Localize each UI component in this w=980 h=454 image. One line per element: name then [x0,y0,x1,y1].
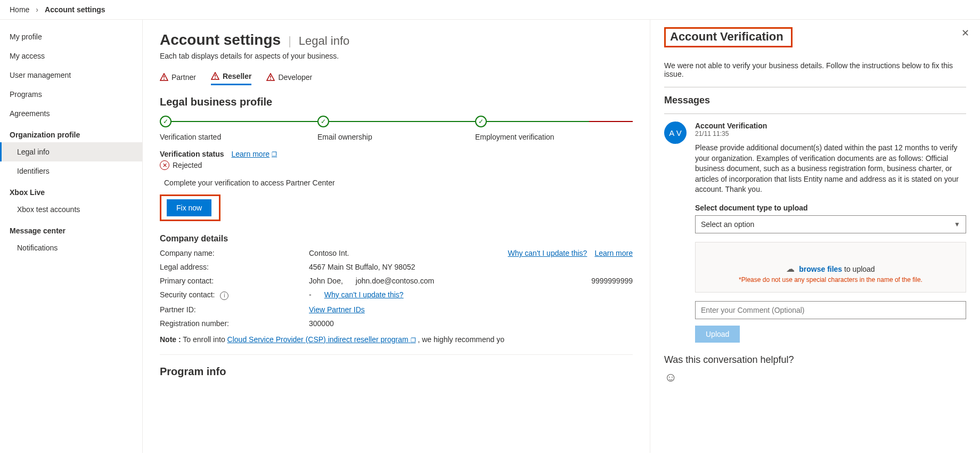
sidebar-item-my-access[interactable]: My access [0,46,142,66]
message-timestamp: 21/11 11:35 [695,130,966,137]
step-connector [487,121,589,122]
page-subtitle: Legal info [299,34,349,48]
csp-program-link[interactable]: Cloud Service Provider (CSP) indirect re… [227,335,416,344]
learn-more-link[interactable]: Learn more [594,249,633,257]
panel-lead-text: We were not able to verify your business… [664,61,966,78]
step-connector-error [589,121,633,122]
message-item: A V Account Verification 21/11 11:35 Ple… [664,121,966,343]
learn-more-link[interactable]: Learn more ❐ [231,150,277,158]
company-name-value: Contoso Int. [309,249,349,257]
tab-label: Partner [172,73,196,82]
select-document-label: Select document type to upload [695,204,966,212]
step-check-icon: ✓ [160,116,172,127]
step-label: Employment verification [475,133,633,141]
rejected-x-icon: ✕ [160,160,169,170]
view-partner-ids-link[interactable]: View Partner IDs [309,305,633,314]
sidebar-item-identifiers[interactable]: Identifiers [0,161,142,181]
svg-point-5 [271,78,272,79]
progress-stepper: ✓ ✓ ✓ [160,116,633,127]
account-verification-panel: ✕ Account Verification We were not able … [650,20,980,453]
security-contact-label: Security contact: i [160,290,309,300]
page-title: Account settings [160,31,281,48]
warning-triangle-icon [266,73,275,82]
why-cant-update-link[interactable]: Why can't I update this? [508,249,587,257]
close-icon[interactable]: ✕ [961,27,969,39]
step-check-icon: ✓ [317,116,329,127]
sidebar: My profile My access User management Pro… [0,20,143,453]
sidebar-heading-xbox: Xbox Live [0,181,142,200]
chevron-down-icon: ▼ [954,221,960,228]
upload-button[interactable]: Upload [695,326,740,343]
breadcrumb-home[interactable]: Home [10,5,29,14]
file-upload-dropzone[interactable]: ☁ browse files to upload *Please do not … [695,242,966,293]
step-label: Email ownership [317,133,475,141]
sidebar-item-notifications[interactable]: Notifications [0,238,142,257]
security-contact-value: - [309,290,312,299]
why-cant-update-link[interactable]: Why can't I update this? [324,290,404,299]
title-divider: | [288,34,291,48]
step-connector [329,121,475,122]
sidebar-item-user-mgmt[interactable]: User management [0,66,142,85]
primary-contact-phone: 9999999999 [591,277,633,285]
enrollment-note: Note : To enroll into Cloud Service Prov… [160,335,633,344]
comment-input[interactable] [695,301,966,319]
sidebar-item-programs[interactable]: Programs [0,85,142,104]
warning-triangle-icon [160,73,168,82]
step-check-icon: ✓ [475,116,487,127]
sidebar-item-xbox-test[interactable]: Xbox test accounts [0,200,142,219]
breadcrumb: Home › Account settings [0,0,980,19]
external-link-icon: ❐ [411,337,416,343]
step-connector [172,121,317,122]
helpful-prompt: Was this conversation helpful? [664,354,966,366]
chevron-right-icon: › [36,5,38,14]
rejected-label: Rejected [173,161,202,169]
section-heading-legal-profile: Legal business profile [160,96,633,108]
avatar: A V [664,121,687,144]
panel-title: Account Verification [664,27,793,47]
svg-point-1 [164,78,165,79]
verification-status-label: Verification status [160,150,224,158]
smiley-icon[interactable]: ☺ [664,370,966,385]
panel-divider [664,87,966,87]
legal-address-label: Legal address: [160,263,309,271]
tab-partner[interactable]: Partner [160,72,196,85]
message-title: Account Verification [695,121,966,130]
page-description: Each tab displays details for aspects of… [160,52,633,60]
section-divider [160,354,633,355]
select-placeholder: Select an option [701,220,754,229]
tabs: Partner Reseller Developer [160,72,633,85]
registration-number-value: 300000 [309,319,633,328]
breadcrumb-current: Account settings [45,5,105,14]
registration-number-label: Registration number: [160,319,309,328]
fix-now-highlight: Fix now [160,194,220,221]
primary-contact-name: John Doe, [309,277,343,285]
tab-label: Developer [278,73,312,82]
upload-warning-text: *Please do not use any special character… [706,276,955,283]
section-heading-program-info: Program info [160,366,633,378]
info-icon[interactable]: i [220,291,228,300]
complete-verification-msg: Complete your verification to access Par… [164,179,633,187]
main-content: Account settings | Legal info Each tab d… [143,20,650,453]
step-label: Verification started [160,133,317,141]
section-heading-company-details: Company details [160,234,633,244]
cloud-upload-icon: ☁ [786,264,795,273]
tab-developer[interactable]: Developer [266,72,312,85]
messages-heading: Messages [664,95,966,106]
sidebar-item-my-profile[interactable]: My profile [0,27,142,46]
message-text: Please provide additional document(s) da… [695,143,966,195]
document-type-select[interactable]: Select an option ▼ [695,215,966,233]
svg-point-3 [215,78,216,79]
company-name-label: Company name: [160,249,309,257]
primary-contact-email: john.doe@contoso.com [356,277,434,285]
tab-reseller[interactable]: Reseller [211,72,251,85]
external-link-icon: ❐ [272,151,277,158]
sidebar-item-agreements[interactable]: Agreements [0,104,142,123]
browse-files-link[interactable]: browse files [799,265,842,273]
sidebar-heading-org: Organization profile [0,123,142,142]
sidebar-item-legal-info[interactable]: Legal info [0,142,142,161]
sidebar-heading-msg: Message center [0,219,142,238]
tab-label: Reseller [223,72,251,80]
partner-id-label: Partner ID: [160,305,309,314]
fix-now-button[interactable]: Fix now [167,199,211,216]
upload-suffix: to upload [842,265,875,273]
